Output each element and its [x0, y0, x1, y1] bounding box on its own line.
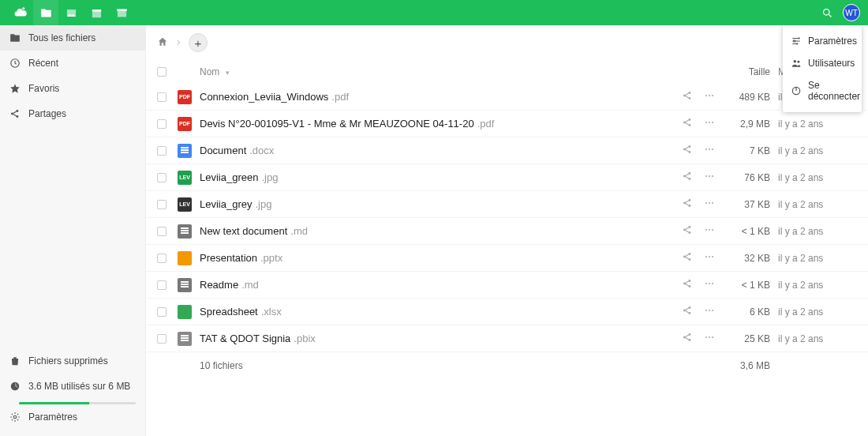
file-name[interactable]: Spreadsheet.xlsx — [200, 306, 660, 318]
share-icon[interactable] — [682, 332, 693, 345]
sidebar-item-share[interactable]: Partages — [0, 101, 145, 126]
share-icon[interactable] — [682, 117, 693, 130]
row-checkbox[interactable] — [157, 200, 166, 209]
file-size: 25 KB — [715, 333, 778, 344]
sidebar-bottom-pie[interactable]: 3.6 MB utilisés sur 6 MB — [0, 374, 145, 399]
nav-photos-icon[interactable] — [58, 0, 84, 25]
file-name[interactable]: Connexion_Leviia_Windows.pdf — [200, 91, 660, 103]
file-name[interactable]: Document.docx — [200, 145, 660, 156]
sidebar-item-clock[interactable]: Récent — [0, 51, 145, 76]
folder-icon — [9, 32, 21, 43]
more-icon[interactable] — [704, 171, 715, 184]
table-row[interactable]: New text document.md< 1 KBil y a 2 ans — [146, 218, 868, 245]
table-row[interactable]: Readme.md< 1 KBil y a 2 ans — [146, 272, 868, 299]
avatar[interactable]: WT — [843, 4, 860, 21]
file-type-icon — [178, 251, 192, 265]
svg-point-58 — [705, 256, 707, 257]
more-icon[interactable] — [704, 117, 715, 130]
svg-point-72 — [712, 310, 713, 311]
row-checkbox[interactable] — [157, 146, 166, 156]
row-checkbox[interactable] — [157, 227, 166, 236]
file-name[interactable]: Presentation.pptx — [200, 252, 660, 264]
more-icon[interactable] — [704, 278, 715, 291]
file-name[interactable]: Leviia_grey.jpg — [200, 198, 660, 210]
add-button[interactable]: + — [189, 33, 208, 52]
file-type-icon — [178, 278, 192, 292]
svg-point-17 — [797, 61, 799, 63]
more-icon[interactable] — [704, 90, 715, 103]
share-icon[interactable] — [682, 278, 693, 291]
share-icon[interactable] — [682, 144, 693, 157]
more-icon[interactable] — [704, 251, 715, 265]
nav-calendar-icon[interactable] — [84, 0, 109, 25]
file-type-icon: LEV — [178, 171, 192, 185]
sidebar-item-label: Récent — [28, 58, 58, 69]
share-icon[interactable] — [682, 251, 693, 265]
file-size: 489 KB — [715, 92, 778, 103]
table-row[interactable]: Document.docx7 KBil y a 2 ans — [146, 137, 868, 164]
nav-archive-icon[interactable] — [109, 0, 134, 25]
select-all-checkbox[interactable] — [157, 67, 166, 77]
file-size: 7 KB — [715, 145, 778, 156]
more-icon[interactable] — [704, 332, 715, 345]
breadcrumb: + — [146, 25, 868, 60]
file-type-icon: PDF — [178, 90, 192, 104]
table-row[interactable]: LEVLeviia_green.jpg76 KBil y a 2 ans — [146, 164, 868, 191]
dropdown-item-power[interactable]: Se déconnecter — [783, 74, 862, 107]
more-icon[interactable] — [704, 144, 715, 157]
logo-cloud-icon[interactable] — [8, 0, 33, 25]
dropdown-item-users[interactable]: Utilisateurs — [783, 52, 862, 74]
sidebar-item-star[interactable]: Favoris — [0, 76, 145, 101]
column-header-size[interactable]: Taille — [715, 66, 778, 77]
dropdown-item-label: Utilisateurs — [808, 58, 855, 69]
row-checkbox[interactable] — [157, 92, 166, 102]
file-name[interactable]: New text document.md — [200, 225, 660, 237]
svg-point-40 — [705, 175, 707, 177]
row-checkbox[interactable] — [157, 173, 166, 182]
svg-line-6 — [829, 14, 831, 17]
file-name[interactable]: Readme.md — [200, 279, 660, 291]
row-checkbox[interactable] — [157, 280, 166, 290]
nav-files-icon[interactable] — [33, 0, 58, 25]
dropdown-item-sliders[interactable]: Paramètres — [783, 30, 862, 52]
row-checkbox[interactable] — [157, 119, 166, 129]
chevron-right-icon — [174, 37, 182, 49]
file-size: 32 KB — [715, 253, 778, 264]
search-icon[interactable] — [821, 0, 833, 25]
sidebar-bottom-label: 3.6 MB utilisés sur 6 MB — [28, 381, 130, 392]
svg-point-71 — [709, 310, 710, 311]
table-row[interactable]: PDFConnexion_Leviia_Windows.pdf489 KBil … — [146, 84, 868, 111]
more-icon[interactable] — [704, 197, 715, 211]
table-header: Nom▾ Taille Modifié — [146, 60, 868, 84]
user-dropdown-menu: ParamètresUtilisateursSe déconnecter — [783, 25, 862, 112]
share-icon[interactable] — [682, 90, 693, 103]
row-checkbox[interactable] — [157, 334, 166, 344]
table-row[interactable]: TAT & QDOT Signia.pbix25 KBil y a 2 ans — [146, 325, 868, 352]
svg-point-29 — [709, 122, 710, 123]
dropdown-item-label: Paramètres — [808, 36, 857, 47]
more-icon[interactable] — [704, 305, 715, 318]
sidebar-bottom-gear[interactable]: Paramètres — [0, 404, 145, 430]
svg-point-24 — [712, 95, 713, 96]
row-checkbox[interactable] — [157, 254, 166, 263]
file-name[interactable]: Leviia_green.jpg — [200, 171, 660, 183]
table-row[interactable]: LEVLeviia_grey.jpg37 KBil y a 2 ans — [146, 191, 868, 218]
table-row[interactable]: PDFDevis N°20-001095-V1 - Mme & Mr MEAUZ… — [146, 111, 868, 137]
table-row[interactable]: Presentation.pptx32 KBil y a 2 ans — [146, 245, 868, 272]
sidebar-item-folder[interactable]: Tous les fichiers — [0, 25, 145, 51]
share-icon[interactable] — [682, 224, 693, 238]
column-header-name[interactable]: Nom▾ — [200, 66, 660, 77]
row-checkbox[interactable] — [157, 307, 166, 317]
file-date: il y a 2 ans — [778, 306, 857, 318]
share-icon — [9, 108, 21, 119]
table-row[interactable]: Spreadsheet.xlsx6 KBil y a 2 ans — [146, 299, 868, 325]
share-icon[interactable] — [682, 305, 693, 318]
sidebar-bottom-trash[interactable]: Fichiers supprimés — [0, 348, 145, 374]
more-icon[interactable] — [704, 224, 715, 238]
file-name[interactable]: TAT & QDOT Signia.pbix — [200, 333, 660, 344]
home-icon[interactable] — [157, 36, 168, 50]
share-icon[interactable] — [682, 197, 693, 211]
file-name[interactable]: Devis N°20-001095-V1 - Mme & Mr MEAUZOON… — [200, 118, 660, 130]
share-icon[interactable] — [682, 171, 693, 184]
topbar-right: WT — [821, 0, 860, 25]
